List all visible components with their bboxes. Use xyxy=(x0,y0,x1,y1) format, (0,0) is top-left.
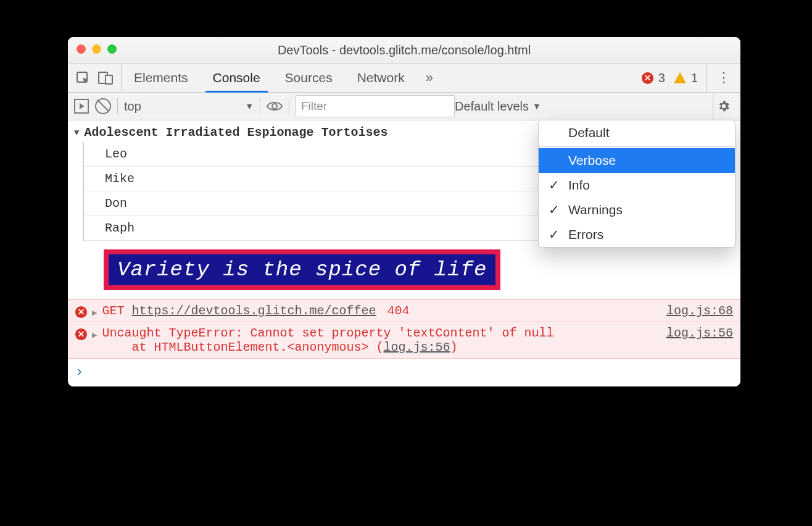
titlebar: DevTools - devtools.glitch.me/console/lo… xyxy=(68,37,740,64)
log-levels-menu: Default Verbose ✓ Info ✓ Warnings ✓ Erro… xyxy=(538,120,735,248)
prompt-chevron-icon: › xyxy=(75,365,83,380)
level-option-info[interactable]: ✓ Info xyxy=(539,173,735,198)
disclosure-triangle-icon: ▼ xyxy=(74,128,79,138)
option-label: Errors xyxy=(568,227,603,242)
svg-point-3 xyxy=(272,104,277,109)
live-expression-icon[interactable] xyxy=(267,101,283,112)
console-toolbar: top ▼ Default levels ▼ xyxy=(68,93,740,120)
tab-console[interactable]: Console xyxy=(201,64,273,92)
source-link[interactable]: log.js:56 xyxy=(666,326,733,340)
inspect-tools xyxy=(68,64,122,92)
panel-tabs: Elements Console Sources Network xyxy=(122,64,417,92)
message-counters[interactable]: 3 1 xyxy=(642,71,706,85)
svg-rect-2 xyxy=(106,75,112,84)
option-label: Warnings xyxy=(568,202,623,217)
log-levels-select[interactable]: Default levels ▼ xyxy=(455,99,541,114)
window-title: DevTools - devtools.glitch.me/console/lo… xyxy=(68,43,740,57)
execution-context-select[interactable]: top ▼ xyxy=(124,99,254,114)
inspect-element-icon[interactable] xyxy=(75,70,90,85)
stack-prefix: at HTMLButtonElement.<anonymous> ( xyxy=(131,340,383,354)
tab-elements[interactable]: Elements xyxy=(122,64,201,92)
item-text: Don xyxy=(105,196,127,211)
chevron-down-icon: ▼ xyxy=(245,101,254,111)
disclosure-triangle-icon[interactable]: ▶ xyxy=(92,330,97,340)
error-message: Uncaught TypeError: Cannot set property … xyxy=(102,326,553,340)
chevron-double-right-icon: » xyxy=(426,70,433,85)
tab-label: Network xyxy=(357,70,405,85)
item-text: Raph xyxy=(105,221,135,235)
styled-message: Variety is the spice of life xyxy=(104,249,500,290)
clear-console-icon[interactable] xyxy=(95,98,111,114)
error-count: 3 xyxy=(658,71,665,85)
stack-location-link[interactable]: log.js:56 xyxy=(384,340,450,354)
item-text: Mike xyxy=(105,172,135,186)
devtools-window: DevTools - devtools.glitch.me/console/lo… xyxy=(68,37,740,386)
tab-label: Elements xyxy=(134,70,188,85)
warning-count: 1 xyxy=(691,71,698,85)
device-toolbar-icon[interactable] xyxy=(97,70,114,85)
levels-label: Default levels xyxy=(455,99,529,114)
separator xyxy=(289,98,289,114)
error-icon xyxy=(642,72,653,84)
customize-devtools-button[interactable]: ⋮ xyxy=(706,64,740,92)
level-option-verbose[interactable]: Verbose xyxy=(539,148,735,173)
http-status: 404 xyxy=(387,304,410,318)
exception-row: ▶ Uncaught TypeError: Cannot set propert… xyxy=(68,322,740,359)
chevron-down-icon: ▼ xyxy=(532,101,541,111)
separator xyxy=(117,98,118,114)
toggle-drawer-icon[interactable] xyxy=(74,99,89,114)
tab-label: Console xyxy=(213,70,260,85)
separator xyxy=(260,98,260,114)
console-prompt[interactable]: › xyxy=(68,359,740,386)
error-body: Uncaught TypeError: Cannot set property … xyxy=(102,326,661,354)
more-tabs-button[interactable]: » xyxy=(417,70,442,86)
console-settings-button[interactable] xyxy=(713,93,734,120)
source-link[interactable]: log.js:68 xyxy=(666,304,733,318)
error-body: GET https://devtools.glitch.me/coffee 40… xyxy=(102,304,661,318)
error-icon xyxy=(75,306,87,318)
warning-icon xyxy=(674,72,686,83)
tab-label: Sources xyxy=(285,70,333,85)
option-label: Verbose xyxy=(568,153,616,168)
check-icon: ✓ xyxy=(549,178,560,193)
kebab-icon: ⋮ xyxy=(717,70,731,86)
filter-input[interactable] xyxy=(296,95,455,117)
level-option-errors[interactable]: ✓ Errors xyxy=(539,222,735,247)
option-label: Info xyxy=(568,178,590,193)
tab-network[interactable]: Network xyxy=(345,64,417,92)
check-icon: ✓ xyxy=(549,227,560,242)
level-option-warnings[interactable]: ✓ Warnings xyxy=(539,198,735,222)
close-window-button[interactable] xyxy=(77,44,86,54)
window-controls xyxy=(77,44,117,54)
styled-log-row: Variety is the spice of life xyxy=(68,241,740,299)
item-text: Leo xyxy=(105,147,127,161)
network-error-row: ▶ GET https://devtools.glitch.me/coffee … xyxy=(68,299,740,322)
group-title: Adolescent Irradiated Espionage Tortoise… xyxy=(84,125,387,140)
check-icon: ✓ xyxy=(549,202,560,217)
level-option-default[interactable]: Default xyxy=(539,120,735,145)
menu-separator xyxy=(539,146,735,147)
tab-sources[interactable]: Sources xyxy=(273,64,345,92)
minimize-window-button[interactable] xyxy=(92,44,101,54)
stack-suffix: ) xyxy=(450,340,458,354)
error-icon xyxy=(75,328,87,340)
gear-icon xyxy=(717,99,731,113)
zoom-window-button[interactable] xyxy=(107,44,117,54)
main-tabbar: Elements Console Sources Network » 3 1 ⋮ xyxy=(68,64,740,93)
option-label: Default xyxy=(568,125,610,140)
filter-field xyxy=(296,95,444,117)
http-verb: GET xyxy=(102,304,124,318)
disclosure-triangle-icon[interactable]: ▶ xyxy=(92,307,97,318)
context-label: top xyxy=(124,99,141,114)
error-url[interactable]: https://devtools.glitch.me/coffee xyxy=(131,304,376,318)
